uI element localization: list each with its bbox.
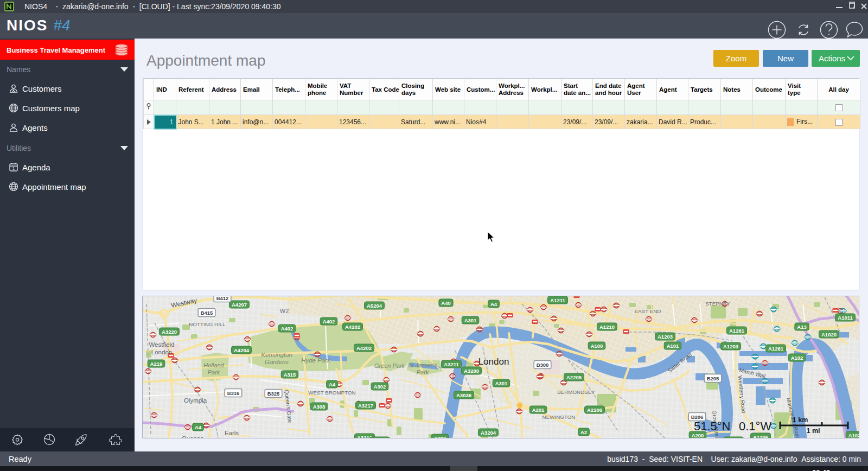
svg-text:B206: B206 xyxy=(691,414,704,420)
svg-text:Westfield: Westfield xyxy=(149,341,174,348)
svg-text:A101: A101 xyxy=(667,343,679,349)
svg-text:A3220: A3220 xyxy=(372,438,387,438)
svg-text:A3211: A3211 xyxy=(444,361,459,367)
svg-text:A4: A4 xyxy=(490,301,497,307)
svg-text:A2206: A2206 xyxy=(587,407,602,413)
svg-text:A402: A402 xyxy=(323,319,335,324)
svg-text:A1203: A1203 xyxy=(723,343,738,349)
svg-text:Gardens: Gardens xyxy=(265,359,289,365)
svg-text:A1011: A1011 xyxy=(838,315,853,321)
svg-text:London: London xyxy=(478,357,509,367)
svg-text:NOTTING HILL: NOTTING HILL xyxy=(189,321,226,327)
svg-text:Court: Court xyxy=(224,437,240,438)
svg-text:Olympia: Olympia xyxy=(184,397,207,404)
svg-text:A5204: A5204 xyxy=(367,303,382,309)
svg-text:A302: A302 xyxy=(374,384,386,390)
svg-text:B205: B205 xyxy=(707,375,719,381)
svg-text:A1210: A1210 xyxy=(599,324,615,330)
svg-text:A2205: A2205 xyxy=(566,374,582,380)
svg-text:NEWINGTON: NEWINGTON xyxy=(542,414,576,420)
svg-text:A1261: A1261 xyxy=(729,328,745,334)
svg-text:A3200: A3200 xyxy=(464,368,479,374)
svg-text:A4: A4 xyxy=(195,424,202,430)
svg-text:A100: A100 xyxy=(591,343,603,349)
svg-text:St James's: St James's xyxy=(408,362,437,368)
svg-text:A315: A315 xyxy=(284,372,296,378)
svg-text:B412: B412 xyxy=(216,296,229,301)
svg-text:B325: B325 xyxy=(267,391,280,397)
svg-text:A1206: A1206 xyxy=(753,434,768,438)
svg-text:A402: A402 xyxy=(281,326,293,332)
svg-text:A3204: A3204 xyxy=(481,430,496,436)
svg-text:London: London xyxy=(151,349,172,355)
svg-text:B300: B300 xyxy=(537,362,549,368)
svg-text:A1261: A1261 xyxy=(768,346,784,352)
svg-text:A301: A301 xyxy=(495,380,508,386)
svg-text:B415: B415 xyxy=(201,310,213,316)
svg-text:A40: A40 xyxy=(441,300,450,306)
svg-text:A1211: A1211 xyxy=(550,297,565,303)
svg-text:WEST BROMPTON: WEST BROMPTON xyxy=(308,390,355,396)
svg-text:A202: A202 xyxy=(434,435,446,438)
svg-text:Holland: Holland xyxy=(203,362,224,368)
svg-text:1 km: 1 km xyxy=(793,416,808,424)
svg-text:A102: A102 xyxy=(848,432,859,438)
svg-text:A1203: A1203 xyxy=(658,334,673,340)
svg-text:B316: B316 xyxy=(227,390,240,396)
svg-text:Hyde Park: Hyde Park xyxy=(301,357,331,364)
svg-text:A13: A13 xyxy=(797,324,806,330)
svg-text:A3217: A3217 xyxy=(358,403,373,409)
svg-text:A4207: A4207 xyxy=(232,302,247,308)
svg-text:51.5°N: 51.5°N xyxy=(694,419,731,433)
svg-text:STEPNEY: STEPNEY xyxy=(705,301,730,307)
svg-text:1 mi: 1 mi xyxy=(806,427,820,435)
svg-text:Park: Park xyxy=(417,369,429,375)
svg-text:A102: A102 xyxy=(791,355,803,361)
svg-text:A3036: A3036 xyxy=(456,392,471,398)
svg-text:A200: A200 xyxy=(692,432,704,438)
svg-text:A4204: A4204 xyxy=(234,347,250,353)
svg-text:Kensington: Kensington xyxy=(261,352,292,358)
svg-text:A4202: A4202 xyxy=(356,345,372,351)
svg-text:Green Park: Green Park xyxy=(374,362,405,369)
svg-text:A1020: A1020 xyxy=(821,332,837,338)
svg-text:A201: A201 xyxy=(532,407,545,413)
svg-text:BERMONDSEY: BERMONDSEY xyxy=(557,389,595,395)
svg-text:A301: A301 xyxy=(464,317,477,323)
svg-text:W2: W2 xyxy=(280,308,289,314)
svg-text:Queens: Queens xyxy=(182,435,204,438)
svg-text:A219: A219 xyxy=(150,361,163,367)
svg-text:Park: Park xyxy=(208,369,220,375)
svg-text:A308: A308 xyxy=(313,404,326,410)
svg-text:A2: A2 xyxy=(580,429,587,435)
svg-text:A2208: A2208 xyxy=(726,438,741,438)
svg-text:Earls: Earls xyxy=(225,430,239,436)
svg-text:EAST END: EAST END xyxy=(635,308,661,314)
svg-text:0.1°W: 0.1°W xyxy=(739,419,771,433)
svg-text:A4202: A4202 xyxy=(345,324,360,330)
svg-text:A4: A4 xyxy=(329,381,336,387)
svg-text:1: 1 xyxy=(12,166,15,171)
svg-text:A3220: A3220 xyxy=(162,329,177,335)
